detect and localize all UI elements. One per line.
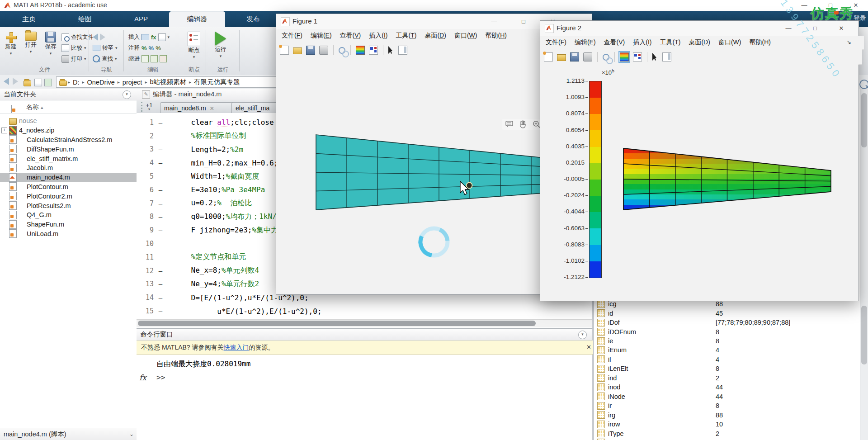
tab-overflow-button[interactable]: +1▼ [141,102,156,112]
open-file-icon[interactable] [293,47,302,54]
edit-plot-cursor-icon[interactable] [388,46,394,54]
file-row[interactable]: CalculateStrainAndStress2.m [0,135,137,145]
open-file-icon[interactable] [557,54,566,61]
link-plot-icon[interactable] [603,54,609,61]
scrollbar-thumb[interactable] [861,93,867,147]
figure1-maximize-button[interactable]: □ [514,16,533,27]
tab-close-icon[interactable]: ✕ [210,105,214,112]
menu-item-1[interactable]: 编辑(E) [311,32,332,40]
property-editor-icon[interactable] [369,46,378,55]
forward-icon[interactable] [100,33,105,41]
workspace-row[interactable]: ie8 [594,336,860,345]
expand-icon[interactable]: + [1,128,7,133]
workspace-row[interactable]: id45 [594,308,860,317]
nav-back-icon[interactable] [4,78,9,85]
menu-item-1[interactable]: 编辑(E) [575,38,596,47]
ribbon-tab-0[interactable]: 主页 [1,11,57,27]
menu-item-3[interactable]: 插入(I) [633,38,651,47]
breadcrumb-segment[interactable]: b站视频素材 [150,78,186,86]
edit-plot-cursor-icon[interactable] [652,53,658,61]
back-icon[interactable] [93,33,98,41]
insert-button[interactable]: 插入fx▾ [128,32,170,43]
find-button[interactable]: 查找▾ [93,53,118,64]
plot-browser-icon[interactable] [662,52,671,62]
new-button[interactable]: 新建▾ [1,31,21,57]
search-icon[interactable] [859,80,868,89]
save-figure-icon[interactable] [306,46,315,55]
menu-item-4[interactable]: 工具(T) [660,38,681,47]
print-figure-icon[interactable] [583,52,592,62]
new-figure-icon[interactable] [544,52,553,62]
workspace-row[interactable]: iDof[77;78;79;80;89;90;87;88] [594,318,860,327]
property-editor-icon[interactable] [633,52,642,62]
nav-forward-icon[interactable] [13,78,18,85]
banner-close-icon[interactable]: ✕ [586,341,591,354]
workspace-row[interactable]: iDOFnum8 [594,327,860,336]
workspace-row[interactable]: irow10 [594,420,860,429]
detail-collapse-icon[interactable]: ⌄ [129,428,134,440]
plot-browser-icon[interactable] [398,46,407,55]
file-row[interactable]: DiffShapeFun.m [0,144,137,154]
workspace-row[interactable]: i9 [594,438,860,440]
file-row[interactable]: nouse [0,116,137,126]
workspace-row[interactable]: iType2 [594,429,860,438]
menu-item-5[interactable]: 桌面(D) [425,32,446,40]
menu-item-7[interactable]: 帮助(H) [485,32,506,40]
menu-item-6[interactable]: 窗口(W) [454,32,477,40]
command-menu-button[interactable]: ▾ [578,331,587,339]
ribbon-tab-1[interactable]: 绘图 [57,11,113,27]
workspace-row[interactable]: irg88 [594,410,860,419]
panel-menu-button[interactable]: ▾ [123,90,131,99]
file-detail-bar[interactable]: main_node4.m (脚本) ⌄ [0,428,140,440]
workspace-scrollbar-thumb[interactable] [861,306,867,364]
colormap-icon-active[interactable] [620,52,629,62]
file-row[interactable]: main_node4.m [0,173,137,182]
colormap-icon[interactable] [356,46,365,55]
goto-button[interactable]: 转至▾ [93,43,118,53]
dock-figure-icon[interactable]: ↘ [847,39,851,45]
file-row[interactable]: PlotContour2.m [0,191,137,201]
comment-button[interactable]: 注释%%% [128,43,170,53]
save-button[interactable]: 保存▾ [41,31,61,57]
figure2-close-button[interactable]: ✕ [831,23,851,34]
menu-item-7[interactable]: 帮助(H) [749,38,770,47]
workspace-row[interactable]: ir8 [594,401,860,410]
menu-item-3[interactable]: 插入(I) [369,32,387,40]
new-figure-icon[interactable] [280,46,289,55]
quick-start-link[interactable]: 快速入门 [224,344,249,351]
figure1-minimize-button[interactable]: — [484,16,504,27]
breadcrumb-segment[interactable]: project [123,79,142,86]
breadcrumb-segment[interactable]: D: [73,79,80,86]
breakpoints-button[interactable]: 断点▾ [184,31,204,60]
workspace-row[interactable]: ind2 [594,374,860,383]
ribbon-tab-4[interactable]: 发布 [225,11,281,27]
save-figure-icon[interactable] [570,52,579,62]
menu-item-2[interactable]: 查看(V) [340,32,361,40]
menu-item-2[interactable]: 查看(V) [604,38,625,47]
datatip-icon[interactable] [505,120,514,129]
refresh-icon[interactable] [44,79,52,86]
file-row[interactable]: Q4_G.m [0,210,137,220]
browse-folder-icon[interactable] [34,79,42,86]
menu-item-0[interactable]: 文件(F) [282,32,302,40]
open-button[interactable]: 打开▾ [21,31,41,55]
menu-item-4[interactable]: 工具(T) [396,32,417,40]
breadcrumb-segment[interactable]: OneDrive [87,79,115,86]
file-row[interactable]: UniLoad.m [0,229,137,239]
workspace-row[interactable]: iEnum4 [594,345,860,355]
workspace-row[interactable]: iNode44 [594,392,860,401]
editor-tab-0[interactable]: main_node8.m✕ [160,102,236,114]
workspace-row[interactable]: il4 [594,355,860,364]
file-row[interactable]: +4_nodes.zip [0,126,137,135]
menu-item-0[interactable]: 文件(F) [546,38,566,47]
file-row[interactable]: PlotResults2.m [0,201,137,210]
run-button[interactable]: 运行▾ [211,31,231,59]
up-folder-icon[interactable] [24,80,31,86]
file-row[interactable]: Jacobi.m [0,163,137,173]
file-row[interactable]: ShapeFun.m [0,220,137,229]
file-row[interactable]: ele_stiff_matrix.m [0,154,137,163]
pan-icon[interactable] [519,120,528,129]
menu-item-5[interactable]: 桌面(D) [689,38,710,47]
breadcrumb-segment[interactable]: 有限元仿真专题 [194,78,240,86]
menu-item-6[interactable]: 窗口(W) [718,38,741,47]
